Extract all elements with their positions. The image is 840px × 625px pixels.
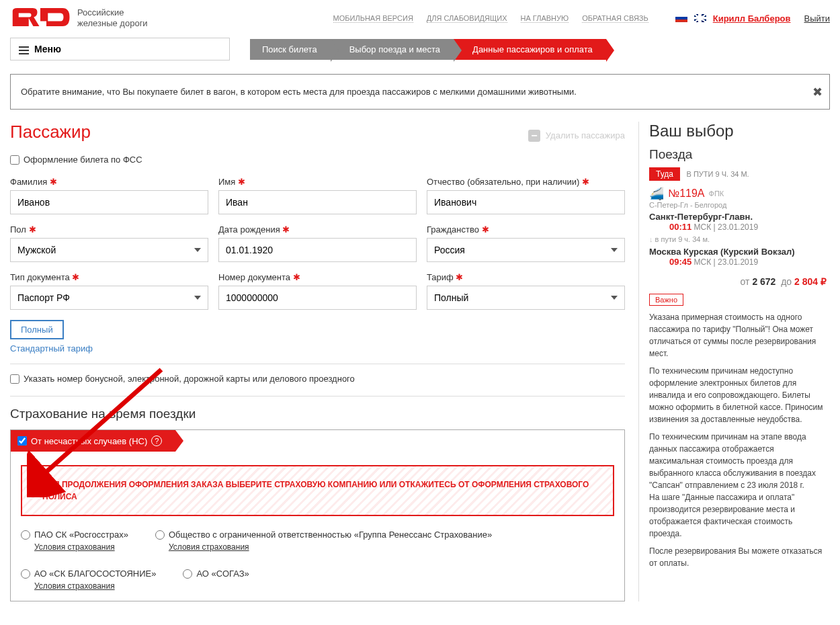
travel-time: В ПУТИ 9 Ч. 34 М. [687, 170, 749, 178]
label-doctype: Тип документа ✱ [10, 272, 208, 282]
price-range: от 2 672 до 2 804 ₽ [649, 276, 827, 287]
arrival-date: 23.01.2019 [718, 257, 758, 267]
page-title: Пассажир [10, 122, 91, 142]
side-note-1: Указана примерная стоимость на одного па… [649, 311, 827, 360]
train-company: ФПК [709, 190, 724, 198]
brand-line-2: железные дороги [77, 18, 148, 29]
ins-cond-link-1[interactable]: Условия страхования [34, 542, 128, 552]
transit-time: в пути 9 ч. 34 м. [649, 235, 827, 243]
doctype-select[interactable]: Паспорт РФ [10, 286, 208, 310]
middlename-input[interactable] [427, 190, 625, 214]
citizenship-select[interactable]: Россия [427, 238, 625, 262]
minus-icon: − [528, 130, 540, 142]
label-citizenship: Гражданство ✱ [427, 224, 625, 235]
firstname-input[interactable] [218, 190, 417, 214]
fss-checkbox[interactable] [10, 155, 19, 165]
step-passenger[interactable]: Данные пассажиров и оплата [454, 39, 606, 60]
tariff-select[interactable]: Полный [427, 286, 625, 310]
menu-button[interactable]: Меню [10, 38, 230, 60]
lang-en-icon[interactable] [694, 14, 706, 22]
train-icon: 🚄 [649, 186, 664, 201]
label-sex: Пол ✱ [10, 224, 208, 235]
side-note-2: По техническим причинам недоступно оформ… [649, 365, 827, 425]
route-text: С-Петер-Гл - Белгород [649, 201, 827, 209]
bonus-checkbox[interactable] [10, 374, 19, 384]
arrival-city: Москва Курская (Курский Вокзал) [649, 247, 827, 257]
bonus-checkbox-row[interactable]: Указать номер бонусной, электронной, дор… [10, 374, 625, 384]
tariff-link[interactable]: Стандартный тариф [10, 343, 93, 353]
ins-opt-blago[interactable]: АО «СК БЛАГОСОСТОЯНИЕ» [21, 569, 156, 579]
side-note-4: После резервирования Вы можете отказатьс… [649, 545, 827, 569]
label-firstname: Имя ✱ [218, 177, 417, 187]
link-home[interactable]: НА ГЛАВНУЮ [521, 14, 569, 23]
ins-opt-renaissance[interactable]: Общество с ограниченной ответственностью… [155, 530, 492, 540]
label-docno: Номер документа ✱ [218, 272, 417, 282]
insurance-warning: ДЛЯ ПРОДОЛЖЕНИЯ ОФОРМЛЕНИЯ ЗАКАЗА ВЫБЕРИ… [21, 465, 614, 516]
ins-opt-sogaz[interactable]: АО «СОГАЗ» [183, 569, 249, 579]
fss-checkbox-row[interactable]: Оформление билета по ФСС [10, 155, 625, 165]
tariff-tag[interactable]: Полный [10, 320, 64, 339]
dob-input[interactable] [218, 238, 417, 262]
label-dob: Дата рождения ✱ [218, 224, 417, 235]
insurance-ribbon[interactable]: От несчастных случаев (НС) ? [11, 430, 175, 452]
departure-date: 23.01.2019 [718, 222, 758, 232]
departure-time: 00:11 [669, 222, 691, 232]
ins-cond-link-3[interactable]: Условия страхования [34, 581, 156, 591]
sex-select[interactable]: Мужской [10, 238, 208, 262]
direction-badge: Туда [649, 167, 680, 181]
side-note-3: По техническим причинам на этапе ввода д… [649, 431, 827, 540]
departure-city: Санкт-Петербург-Главн. [649, 212, 827, 222]
lang-ru-icon[interactable] [675, 14, 687, 22]
insurance-heading: Страхование на время поездки [10, 407, 625, 421]
user-name-link[interactable]: Кирилл Балберов [713, 13, 791, 24]
insurance-accident-checkbox[interactable] [17, 436, 27, 446]
lastname-input[interactable] [10, 190, 208, 214]
important-badge: Важно [649, 294, 683, 306]
brand-line-1: Российские [77, 7, 148, 18]
step-search[interactable]: Поиск билета [250, 39, 331, 60]
close-icon[interactable]: ✖ [812, 85, 823, 99]
step-train[interactable]: Выбор поезда и места [331, 39, 454, 60]
notice-box: Обратите внимание, что Вы покупаете биле… [10, 74, 830, 110]
ins-opt-rosgosstrakh[interactable]: ПАО СК «Росгосстрах» [21, 530, 128, 540]
link-feedback[interactable]: ОБРАТНАЯ СВЯЗЬ [582, 14, 648, 23]
label-lastname: Фамилия ✱ [10, 177, 208, 187]
delete-passenger: − Удалить пассажира [528, 130, 625, 142]
sidebar-trains-heading: Поезда [649, 147, 827, 162]
label-tariff: Тариф ✱ [427, 272, 625, 282]
ins-cond-link-2[interactable]: Условия страхования [169, 542, 492, 552]
docno-input[interactable] [218, 286, 417, 310]
sidebar-title: Ваш выбор [649, 122, 827, 140]
train-number[interactable]: №119А [668, 188, 705, 200]
help-icon[interactable]: ? [151, 435, 162, 446]
label-middlename: Отчество (обязательно, при наличии) ✱ [427, 177, 625, 187]
arrival-time: 09:45 [669, 257, 691, 267]
logo-icon [10, 5, 71, 31]
link-accessibility[interactable]: ДЛЯ СЛАБОВИДЯЩИХ [427, 14, 507, 23]
logout-link[interactable]: Выйти [804, 13, 831, 24]
link-mobile[interactable]: МОБИЛЬНАЯ ВЕРСИЯ [333, 14, 413, 23]
